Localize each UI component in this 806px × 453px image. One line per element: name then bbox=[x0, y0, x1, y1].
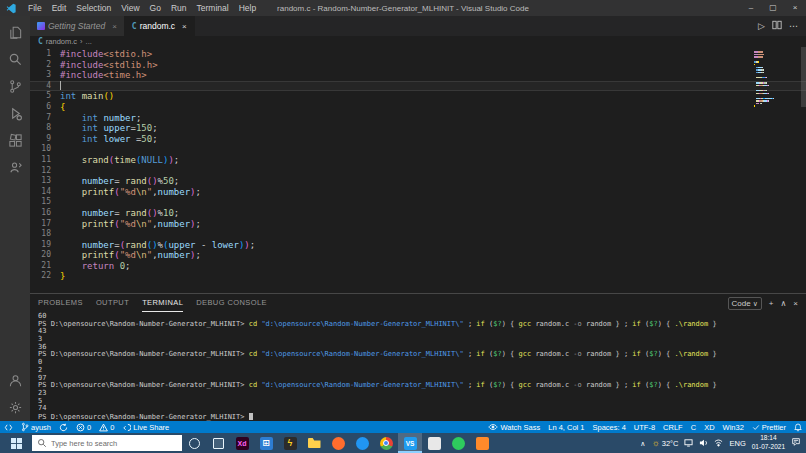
taskbar-search[interactable] bbox=[32, 435, 182, 451]
status-sync-changes[interactable] bbox=[55, 421, 72, 433]
account-icon[interactable] bbox=[0, 367, 30, 394]
code-line-10[interactable]: 10 bbox=[30, 144, 806, 155]
code-line-9[interactable]: 9 int lower =50; bbox=[30, 134, 806, 145]
taskbar-file-explorer[interactable] bbox=[302, 433, 326, 453]
taskbar-notes-app[interactable] bbox=[422, 433, 446, 453]
taskbar-messaging-app[interactable] bbox=[350, 433, 374, 453]
code-line-7[interactable]: 7 int number; bbox=[30, 113, 806, 124]
panel-tab-terminal[interactable]: TERMINAL bbox=[142, 294, 183, 312]
code-line-6[interactable]: 6{ bbox=[30, 102, 806, 113]
panel-tab-problems[interactable]: PROBLEMS bbox=[38, 294, 83, 312]
status-remote-window[interactable] bbox=[0, 421, 17, 433]
tab-getting-started[interactable]: Getting Started bbox=[30, 16, 125, 36]
code-line-17[interactable]: 17 printf("%d\n",number); bbox=[30, 219, 806, 230]
close-panel-button[interactable] bbox=[793, 299, 798, 308]
live-share-icon[interactable] bbox=[0, 154, 30, 181]
code-line-14[interactable]: 14 printf("%d\n",number); bbox=[30, 187, 806, 198]
taskbar-chrome[interactable] bbox=[374, 433, 398, 453]
weather-widget[interactable]: 32°C bbox=[651, 438, 678, 448]
more-actions-icon[interactable] bbox=[789, 21, 798, 31]
code-line-15[interactable]: 15 bbox=[30, 197, 806, 208]
code-line-13[interactable]: 13 number= rand()%50; bbox=[30, 176, 806, 187]
code-line-5[interactable]: 5int main() bbox=[30, 91, 806, 102]
code-line-11[interactable]: 11 srand(time(NULL)); bbox=[30, 155, 806, 166]
menu-selection[interactable]: Selection bbox=[71, 0, 116, 16]
action-center-icon[interactable] bbox=[791, 437, 801, 449]
breadcrumb[interactable]: random.c ... bbox=[30, 36, 806, 47]
status-watch-sass[interactable]: Watch Sass bbox=[484, 421, 544, 433]
code-line-2[interactable]: 2#include<stdlib.h> bbox=[30, 60, 806, 71]
wifi-tray-icon[interactable] bbox=[714, 438, 723, 449]
search-input[interactable] bbox=[51, 439, 163, 448]
code-line-18[interactable]: 18 bbox=[30, 229, 806, 240]
menu-edit[interactable]: Edit bbox=[47, 0, 72, 16]
start-button[interactable] bbox=[0, 433, 32, 453]
minimap[interactable] bbox=[754, 51, 796, 108]
terminal-shell-select[interactable]: Code bbox=[728, 297, 762, 310]
extensions-icon[interactable] bbox=[0, 127, 30, 154]
taskbar-vscode[interactable]: VS bbox=[398, 433, 422, 453]
tab-random-c[interactable]: random.c bbox=[125, 16, 195, 36]
menu-go[interactable]: Go bbox=[145, 0, 166, 16]
run-debug-icon[interactable] bbox=[0, 100, 30, 127]
taskbar-adobe-xd[interactable]: Xd bbox=[230, 433, 254, 453]
split-editor-icon[interactable] bbox=[772, 20, 782, 32]
status-eol[interactable]: CRLF bbox=[659, 421, 687, 433]
status-indentation[interactable]: Spaces: 4 bbox=[589, 421, 630, 433]
taskbar-media-app[interactable] bbox=[470, 433, 494, 453]
speaker-tray-icon[interactable] bbox=[699, 438, 708, 449]
code-line-20[interactable]: 20 printf("%d\n",number); bbox=[30, 250, 806, 261]
search-icon[interactable] bbox=[0, 46, 30, 73]
clock[interactable]: 18:14 01-07-2021 bbox=[752, 434, 785, 452]
taskbar-store-app[interactable]: ⊞ bbox=[254, 433, 278, 453]
close-window-button[interactable] bbox=[784, 0, 806, 16]
maximize-panel-button[interactable] bbox=[780, 299, 786, 308]
language-indicator[interactable]: ENG bbox=[729, 439, 745, 448]
panel-tab-output[interactable]: OUTPUT bbox=[96, 294, 129, 312]
code-line-19[interactable]: 19 number=(rand()%(upper - lower)); bbox=[30, 240, 806, 251]
taskbar-browser-orange[interactable] bbox=[326, 433, 350, 453]
status-xd-extension[interactable]: XD bbox=[700, 421, 718, 433]
status-language-mode[interactable]: C bbox=[687, 421, 700, 433]
maximize-button[interactable] bbox=[762, 0, 784, 16]
minimize-button[interactable] bbox=[740, 0, 762, 16]
close-tab-icon[interactable] bbox=[112, 22, 117, 31]
status-cursor-position[interactable]: Ln 4, Col 1 bbox=[544, 421, 588, 433]
code-line-12[interactable]: 12 bbox=[30, 166, 806, 177]
breadcrumb-file[interactable]: random.c bbox=[46, 37, 77, 46]
new-terminal-button[interactable] bbox=[769, 299, 774, 308]
status-platform[interactable]: Win32 bbox=[719, 421, 748, 433]
status-notifications[interactable] bbox=[790, 421, 806, 433]
monitor-tray-icon[interactable] bbox=[684, 438, 693, 449]
panel-tab-debug-console[interactable]: DEBUG CONSOLE bbox=[196, 294, 267, 312]
status-encoding[interactable]: UTF-8 bbox=[630, 421, 659, 433]
status-errors[interactable]: 0 bbox=[72, 421, 95, 433]
source-control-icon[interactable] bbox=[0, 73, 30, 100]
menu-terminal[interactable]: Terminal bbox=[192, 0, 234, 16]
explorer-icon[interactable] bbox=[0, 19, 30, 46]
menu-view[interactable]: View bbox=[116, 0, 144, 16]
code-line-3[interactable]: 3#include<time.h> bbox=[30, 70, 806, 81]
code-line-4[interactable]: 4 bbox=[30, 81, 806, 92]
taskbar-cortana[interactable] bbox=[182, 433, 206, 453]
code-line-22[interactable]: 22} bbox=[30, 271, 806, 282]
taskbar-task-view[interactable] bbox=[206, 433, 230, 453]
code-line-8[interactable]: 8 int upper=150; bbox=[30, 123, 806, 134]
menu-help[interactable]: Help bbox=[234, 0, 261, 16]
taskbar-whatsapp[interactable] bbox=[446, 433, 470, 453]
status-live-share[interactable]: Live Share bbox=[118, 421, 173, 433]
terminal[interactable]: 60PS D:\opensource\Random-Number-Generat… bbox=[30, 312, 806, 421]
close-tab-icon[interactable] bbox=[182, 22, 187, 31]
code-line-1[interactable]: 1#include<stdio.h> bbox=[30, 49, 806, 60]
breadcrumb-more[interactable]: ... bbox=[86, 37, 92, 46]
status-git-branch[interactable]: ayush bbox=[17, 421, 55, 433]
editor-scrollbar[interactable] bbox=[801, 47, 806, 107]
settings-gear-icon[interactable] bbox=[0, 394, 30, 421]
code-editor[interactable]: 1#include<stdio.h>2#include<stdlib.h>3#i… bbox=[30, 47, 806, 293]
menu-run[interactable]: Run bbox=[166, 0, 192, 16]
menu-file[interactable]: File bbox=[23, 0, 47, 16]
taskbar-lightning-app[interactable]: ϟ bbox=[278, 433, 302, 453]
run-code-button[interactable] bbox=[758, 21, 765, 31]
status-prettier[interactable]: Prettier bbox=[748, 421, 790, 433]
status-warnings[interactable]: 0 bbox=[95, 421, 118, 433]
